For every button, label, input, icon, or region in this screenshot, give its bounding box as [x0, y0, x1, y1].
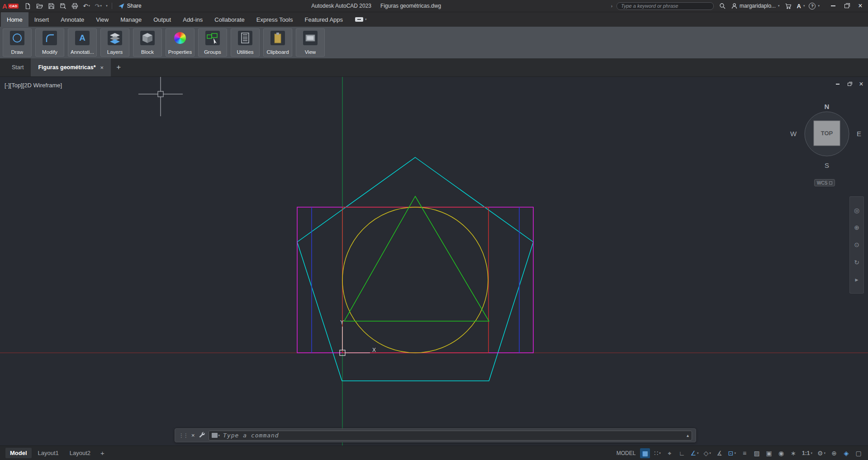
maximize-button[interactable]	[840, 0, 854, 12]
undo-icon[interactable]: ↶▾	[82, 1, 91, 10]
close-icon[interactable]: ×	[191, 432, 195, 439]
isometric-drafting-icon[interactable]: ◇▾	[702, 448, 712, 458]
autocad-logo-icon[interactable]: A CAD	[2, 2, 19, 10]
compass-east[interactable]: E	[857, 130, 861, 138]
panel-properties[interactable]: Properties	[166, 28, 194, 57]
viewport-controls-label[interactable]: [-][Top][2D Wireframe]	[5, 82, 62, 89]
object-snap-icon[interactable]: ⊡▾	[727, 448, 737, 458]
lineweight-icon[interactable]: ≡	[740, 448, 749, 458]
autodesk-app-button[interactable]: A ▾	[797, 3, 805, 9]
window-title: Autodesk AutoCAD 2023 Figuras geométrica…	[142, 3, 611, 9]
file-tab-start[interactable]: Start	[5, 58, 31, 76]
tab-insert[interactable]: Insert	[28, 12, 55, 27]
viewport-restore-icon[interactable]	[846, 81, 853, 87]
compass-south[interactable]: S	[825, 161, 829, 169]
chevron-right-icon[interactable]: ›	[611, 4, 612, 9]
object-snap-tracking-icon[interactable]: ∡	[715, 448, 725, 458]
grid-display-icon[interactable]: ▦	[640, 448, 650, 458]
command-input[interactable]: ▾ Type a command ▴	[209, 431, 692, 441]
command-line-bar[interactable]: ⋮⋮ × ▾ Type a command ▴	[175, 428, 696, 442]
annotation-visibility-icon[interactable]: ◉	[776, 448, 786, 458]
showmotion-icon[interactable]: ▸	[850, 276, 863, 283]
tab-express-tools[interactable]: Express Tools	[251, 12, 299, 27]
minimize-button[interactable]	[826, 0, 840, 12]
clean-screen-icon[interactable]: ▢	[854, 448, 863, 458]
user-account-button[interactable]: margaridaplo... ▾	[731, 3, 780, 9]
cart-icon[interactable]	[784, 1, 793, 10]
qat-dropdown-icon[interactable]: ▾	[106, 4, 108, 8]
dynamic-input-icon[interactable]: ⌖	[664, 448, 674, 458]
compass-west[interactable]: W	[790, 130, 797, 138]
customize-wrench-icon[interactable]	[199, 432, 205, 440]
viewcube[interactable]: TOP N W E S	[790, 103, 861, 169]
help-button[interactable]: ? ▾	[809, 3, 820, 9]
orbit-icon[interactable]: ↻	[850, 259, 863, 266]
viewport-minimize-icon[interactable]	[835, 81, 841, 87]
close-button[interactable]: ×	[854, 0, 867, 12]
panel-modify[interactable]: Modify	[35, 28, 64, 57]
new-drawing-tab-button[interactable]: +	[111, 58, 126, 76]
transparency-icon[interactable]: ▨	[752, 448, 762, 458]
close-tab-icon[interactable]: ×	[100, 64, 104, 71]
annotation-monitor-icon[interactable]: ⊕	[829, 448, 839, 458]
polar-tracking-icon[interactable]: ∠▾	[689, 448, 700, 458]
tab-home[interactable]: Home	[1, 12, 28, 27]
viewport-close-icon[interactable]: ×	[858, 81, 864, 87]
triangle-shape[interactable]	[344, 196, 489, 321]
navigation-wheel-icon[interactable]: ◎	[850, 207, 863, 214]
drag-grip-icon[interactable]: ⋮⋮	[179, 432, 188, 439]
file-tab-bar: Start Figuras geométricas* × +	[0, 58, 868, 77]
pentagon-shape[interactable]	[297, 157, 533, 381]
panel-draw[interactable]: Draw	[3, 28, 32, 57]
annotation-scale-control[interactable]: 1:1▾	[801, 448, 814, 458]
panel-clipboard[interactable]: Clipboard	[263, 28, 292, 57]
recent-commands-icon[interactable]: ▴	[687, 433, 689, 438]
panel-groups[interactable]: Groups	[198, 28, 227, 57]
ribbon-collapse-button[interactable]: ▾	[355, 12, 367, 27]
search-input[interactable]: Type a keyword or phrase	[617, 2, 714, 10]
tab-output[interactable]: Output	[147, 12, 177, 27]
magenta-rectangle-shape[interactable]	[297, 207, 533, 353]
autoscale-icon[interactable]: ∗	[788, 448, 798, 458]
model-space-label[interactable]: MODEL	[617, 450, 636, 456]
pan-icon[interactable]: ⊕	[850, 224, 863, 231]
zoom-icon[interactable]: ⊙	[850, 241, 863, 248]
graphics-performance-icon[interactable]: ◈	[841, 448, 851, 458]
open-folder-icon[interactable]	[35, 1, 44, 10]
tab-manage[interactable]: Manage	[114, 12, 147, 27]
search-icon[interactable]	[718, 1, 727, 10]
red-square-shape[interactable]	[342, 207, 489, 353]
new-layout-button[interactable]: +	[97, 449, 108, 457]
new-file-icon[interactable]	[23, 1, 32, 10]
layout-tab-model[interactable]: Model	[5, 448, 32, 458]
tab-view[interactable]: View	[90, 12, 114, 27]
viewcube-top-label: TOP	[821, 130, 833, 137]
panel-utilities[interactable]: Utilities	[231, 28, 260, 57]
selection-cycling-icon[interactable]: ▣	[764, 448, 774, 458]
layout-tab-layout1[interactable]: Layout1	[33, 448, 63, 458]
share-button[interactable]: Share	[118, 3, 142, 9]
tab-add-ins[interactable]: Add-ins	[177, 12, 209, 27]
save-icon[interactable]	[47, 1, 56, 10]
file-tab-active[interactable]: Figuras geométricas* ×	[31, 58, 111, 76]
ortho-mode-icon[interactable]: ∟	[677, 448, 687, 458]
circle-shape[interactable]	[342, 207, 488, 353]
command-prompt-icon[interactable]: ▾	[212, 433, 220, 438]
compass-north[interactable]: N	[825, 103, 830, 110]
redo-icon[interactable]: ↷▾	[94, 1, 103, 10]
tab-collaborate[interactable]: Collaborate	[209, 12, 251, 27]
wcs-badge[interactable]: WCS	[814, 179, 835, 186]
workspace-switching-icon[interactable]: ⚙▾	[816, 448, 827, 458]
panel-layers[interactable]: Layers	[100, 28, 129, 57]
panel-view[interactable]: View	[296, 28, 325, 57]
save-as-icon[interactable]	[58, 1, 67, 10]
plot-icon[interactable]	[70, 1, 79, 10]
tab-featured-apps[interactable]: Featured Apps	[299, 12, 349, 27]
panel-block[interactable]: Block	[133, 28, 162, 57]
snap-mode-icon[interactable]: ∷▾	[652, 448, 662, 458]
panel-annotation[interactable]: A Annotati...	[68, 28, 97, 57]
chevron-down-icon: ▾	[709, 451, 711, 455]
tab-annotate[interactable]: Annotate	[55, 12, 90, 27]
drawing-area[interactable]: Y X TOP N W E S [-][Top][2D Wireframe] ×…	[0, 77, 868, 446]
layout-tab-layout2[interactable]: Layout2	[65, 448, 95, 458]
